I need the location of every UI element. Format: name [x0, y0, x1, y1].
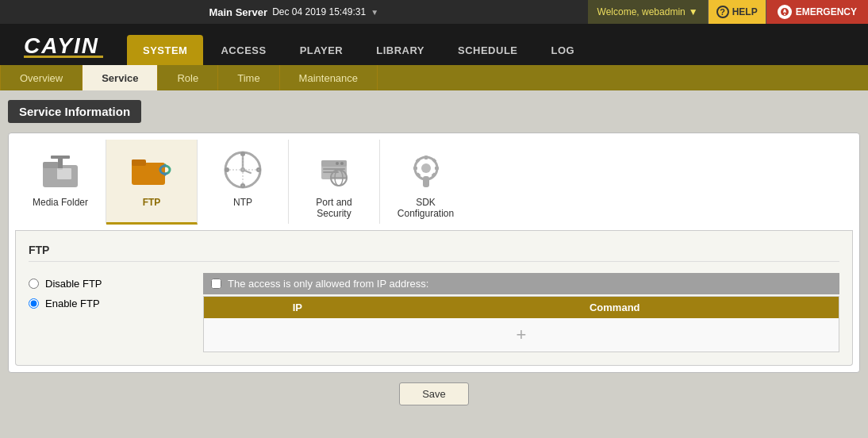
ftp-title: FTP	[29, 244, 839, 262]
svg-rect-8	[57, 168, 71, 179]
port-security-icon	[312, 148, 356, 192]
datetime-dropdown-arrow[interactable]: ▼	[371, 8, 378, 17]
svg-point-21	[225, 167, 229, 172]
command-column-header: Command	[391, 297, 839, 319]
service-icon-sdk[interactable]: SDKConfiguration	[380, 140, 471, 224]
help-icon: ?	[716, 6, 729, 18]
svg-rect-43	[423, 176, 429, 187]
svg-rect-7	[58, 156, 63, 170]
service-icon-port-security[interactable]: Port andSecurity	[289, 140, 380, 224]
nav-tab-player[interactable]: PLAYER	[284, 35, 359, 65]
media-folder-icon	[38, 148, 83, 192]
port-security-label: Port andSecurity	[316, 197, 351, 219]
svg-point-27	[336, 162, 339, 165]
enable-ftp-row: Enable FTP	[29, 298, 187, 309]
ip-restrict-label: The access is only allowed from IP addre…	[228, 278, 428, 290]
emergency-label: EMERGENCY	[796, 6, 857, 17]
ftp-section: FTP Disable FTP Enable FTP	[15, 231, 853, 366]
enable-ftp-label: Enable FTP	[45, 298, 100, 309]
server-name: Main Server	[209, 6, 267, 18]
service-icon-ntp[interactable]: NTP	[198, 140, 289, 224]
svg-point-34	[421, 163, 431, 173]
save-row: Save	[8, 373, 860, 409]
ftp-options: Disable FTP Enable FTP	[29, 273, 187, 352]
svg-rect-3	[24, 56, 103, 58]
sdk-label: SDKConfiguration	[398, 197, 454, 219]
svg-point-1	[784, 13, 785, 15]
content: Service Information	[0, 90, 868, 438]
top-bar-right: Welcome, webadmin ▼ ? HELP EMERGENCY	[588, 0, 868, 24]
subnav-overview[interactable]: Overview	[0, 65, 83, 90]
subnav-maintenance[interactable]: Maintenance	[280, 65, 378, 90]
ip-column-header: IP	[204, 297, 391, 319]
top-bar: Main Server Dec 04 2019 15:49:31 ▼ Welco…	[0, 0, 868, 24]
nav-tab-system[interactable]: SYSTEM	[127, 35, 203, 65]
svg-rect-35	[424, 156, 428, 159]
service-icons: Media Folder	[15, 140, 853, 231]
nav-tab-access[interactable]: ACCESS	[205, 35, 282, 65]
save-button[interactable]: Save	[399, 382, 469, 405]
svg-point-18	[240, 152, 245, 156]
cayin-logo: CAYIN	[20, 29, 107, 60]
nav-tab-log[interactable]: LOG	[536, 35, 591, 65]
ftp-ip-restriction: The access is only allowed from IP addre…	[203, 273, 839, 352]
subnav-role[interactable]: Role	[158, 65, 218, 90]
emergency-button[interactable]: EMERGENCY	[766, 0, 868, 24]
svg-text:CAYIN: CAYIN	[24, 33, 99, 58]
ip-restrict-checkbox[interactable]	[211, 279, 221, 289]
help-label: HELP	[732, 6, 758, 17]
service-icon-ftp[interactable]: FTP	[106, 140, 198, 225]
svg-rect-13	[132, 159, 144, 164]
help-button[interactable]: ? HELP	[709, 0, 766, 24]
subnav-time[interactable]: Time	[218, 65, 279, 90]
ftp-label: FTP	[143, 197, 161, 208]
enable-ftp-radio[interactable]	[29, 298, 39, 309]
disable-ftp-row: Disable FTP	[29, 278, 187, 290]
add-ip-cell: +	[204, 318, 839, 352]
service-panel: Media Folder	[8, 133, 860, 373]
welcome-arrow: ▼	[689, 6, 698, 17]
welcome-label: Welcome, webadmin	[597, 6, 686, 17]
top-bar-center: Main Server Dec 04 2019 15:49:31 ▼	[209, 6, 378, 18]
section-header: Service Information	[8, 100, 141, 123]
svg-rect-37	[413, 167, 417, 170]
svg-rect-5	[43, 162, 59, 168]
ip-restrict-row: The access is only allowed from IP addre…	[203, 273, 839, 294]
disable-ftp-radio[interactable]	[29, 279, 39, 289]
svg-rect-9	[132, 163, 165, 185]
nav-tab-schedule[interactable]: SCHEDULE	[442, 35, 534, 65]
logo-svg: CAYIN	[20, 29, 107, 60]
ftp-icon	[129, 148, 174, 192]
subnav-service[interactable]: Service	[83, 65, 158, 90]
ip-table: IP Command +	[203, 296, 839, 352]
sdk-icon	[404, 148, 448, 192]
ftp-body: Disable FTP Enable FTP The access is onl…	[29, 273, 839, 352]
datetime: Dec 04 2019 15:49:31	[272, 6, 366, 17]
ntp-label: NTP	[233, 197, 252, 208]
nav-tab-library[interactable]: LIBRARY	[360, 35, 440, 65]
emergency-icon	[778, 5, 792, 19]
add-ip-row: +	[204, 318, 839, 352]
logo-area: CAYIN	[0, 24, 127, 65]
ntp-icon	[221, 148, 265, 192]
media-folder-label: Media Folder	[33, 197, 88, 208]
disable-ftp-label: Disable FTP	[45, 278, 102, 290]
welcome-button[interactable]: Welcome, webadmin ▼	[588, 0, 709, 24]
sub-nav: Overview Service Role Time Maintenance	[0, 65, 868, 90]
header: CAYIN SYSTEM ACCESS PLAYER LIBRARY SCHED…	[0, 24, 868, 65]
add-ip-button[interactable]: +	[517, 326, 527, 344]
service-icon-media-folder[interactable]: Media Folder	[15, 140, 106, 224]
svg-rect-38	[435, 167, 439, 170]
svg-point-26	[340, 162, 344, 165]
nav-tabs: SYSTEM ACCESS PLAYER LIBRARY SCHEDULE LO…	[127, 24, 868, 65]
